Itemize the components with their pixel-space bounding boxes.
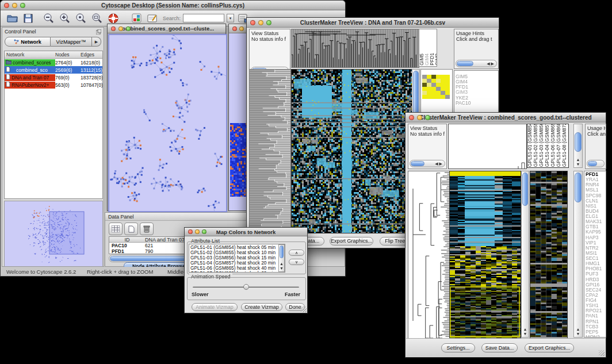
- tv2-row-dendrogram[interactable]: [408, 171, 450, 339]
- zoom-button[interactable]: [425, 115, 430, 120]
- tv2-status-hscrollbar[interactable]: ◀▶: [410, 160, 445, 167]
- tv2-heatmap[interactable]: [449, 171, 521, 339]
- tv1-heatmap[interactable]: [291, 69, 412, 233]
- close-button[interactable]: [232, 26, 237, 31]
- zoom-out-icon[interactable]: [42, 12, 56, 25]
- search-dropdown-button[interactable]: ▾: [227, 14, 234, 22]
- matrix-cell: [422, 87, 427, 91]
- attribute-list-vscrollbar[interactable]: ▲▼: [278, 244, 285, 272]
- tv2-title: ClusterMaker TreeView : combined_scores_…: [419, 114, 591, 121]
- move-up-button[interactable]: ∧: [289, 250, 304, 256]
- node-appearance-icon[interactable]: [129, 12, 143, 25]
- tv2-settings-button[interactable]: Settings...: [441, 343, 475, 352]
- zoom-button[interactable]: [20, 3, 25, 8]
- array-column-label: GPL51-04 (GSM857): [545, 124, 550, 167]
- attribute-list-item[interactable]: GPL51-04 (GSM857) heat shock 20 min: [190, 260, 284, 266]
- tv2-heatmap-vscrollbar[interactable]: ▲▼: [521, 171, 529, 338]
- resize-grip[interactable]: [599, 350, 605, 356]
- tv2-export-graphics-button[interactable]: Export Graphics...: [525, 343, 574, 352]
- matrix-cell: [436, 75, 441, 79]
- resize-grip[interactable]: [301, 306, 307, 312]
- open-folder-icon[interactable]: [5, 12, 19, 25]
- network-row[interactable]: DNA and Tran 07769(0)183728(0): [5, 74, 102, 81]
- attribute-list-item[interactable]: GPL51-02 (GSM855) heat shock 10 min: [190, 250, 284, 255]
- zoom-selected-icon[interactable]: [74, 12, 88, 25]
- save-icon[interactable]: [21, 12, 35, 25]
- network-row[interactable]: RNAPuberNov2+563(0)107847(0): [5, 81, 102, 89]
- zoom-button[interactable]: [126, 26, 131, 31]
- file-icon: [6, 67, 10, 73]
- close-button[interactable]: [111, 26, 116, 31]
- create-vizmap-button[interactable]: Create Vizmap: [241, 303, 282, 311]
- annotation-icon[interactable]: [146, 12, 159, 25]
- tv2-collabel-vscrollbar[interactable]: ▲▼: [573, 124, 583, 168]
- attribute-list-item[interactable]: GPL51-01 (GSM854) heat shock 05 min: [190, 245, 284, 250]
- network-view-window: combined_scores_good.txt--cluste...: [107, 24, 226, 211]
- network-row[interactable]: combined_scores2764(0)16218(0): [5, 59, 102, 66]
- network-overview-thumbnail[interactable]: [4, 201, 103, 267]
- tv2-hints-hscrollbar[interactable]: [587, 160, 605, 167]
- data-panel-title: Data Panel: [108, 214, 134, 220]
- column-label: GIM3: [435, 53, 437, 66]
- slider-thumb[interactable]: [243, 284, 249, 290]
- tv2-genelist-vscrollbar[interactable]: ▲▼: [573, 171, 583, 338]
- tv1-top-dendrogram[interactable]: [291, 29, 419, 68]
- status-hint-zoom: Right-click + drag to ZOOM: [87, 269, 153, 275]
- help-lifesaver-icon[interactable]: [106, 12, 120, 25]
- animate-vizmap-button[interactable]: Animate Vizmap: [192, 303, 238, 311]
- network-canvas[interactable]: [108, 34, 227, 212]
- close-button[interactable]: [409, 115, 414, 120]
- folder-icon: [6, 60, 12, 66]
- minimize-button[interactable]: [12, 3, 17, 8]
- network-row[interactable]: combined_sco2569(6)13112(15): [5, 66, 102, 74]
- array-column-label: GPL51-02 (GSM855): [533, 124, 538, 167]
- zoom-in-icon[interactable]: [58, 12, 72, 25]
- new-attribute-icon[interactable]: [124, 223, 138, 235]
- matrix-cell: [445, 79, 450, 83]
- tv1-row-dendrogram[interactable]: [249, 69, 291, 233]
- zoom-button[interactable]: [202, 229, 206, 234]
- attribute-list-item[interactable]: GPL51-03 (GSM856) heat shock 15 min: [190, 255, 284, 260]
- table-view-icon[interactable]: [109, 223, 123, 235]
- tv2-titlebar[interactable]: ClusterMaker TreeView : combined_scores_…: [406, 113, 606, 122]
- tab-vizmapper[interactable]: VizMapper™: [51, 37, 92, 47]
- zoom-button[interactable]: [266, 20, 271, 25]
- matrix-cell: [431, 79, 436, 83]
- zoom-fit-icon[interactable]: [90, 12, 104, 25]
- attribute-list-item[interactable]: GPL51-07 (GSM868) heat shock 60 min: [190, 271, 284, 273]
- close-button[interactable]: [188, 229, 193, 234]
- tv1-hints-hscrollbar[interactable]: ◀▶: [456, 60, 497, 67]
- minimize-button[interactable]: [195, 229, 200, 234]
- close-button[interactable]: [4, 3, 9, 8]
- tv1-similarity-matrix[interactable]: [422, 75, 450, 99]
- matrix-cell: [427, 95, 431, 99]
- tab-overflow-button[interactable]: ▶: [92, 37, 101, 47]
- delete-attribute-trash-icon[interactable]: [140, 223, 154, 235]
- minimize-button[interactable]: [417, 115, 422, 120]
- gene-label[interactable]: PAC10: [456, 101, 497, 106]
- tv2-top-dendrogram[interactable]: [448, 124, 527, 169]
- animation-slider[interactable]: [193, 284, 299, 290]
- network-view-titlebar[interactable]: combined_scores_good.txt--cluste...: [108, 24, 225, 33]
- minimize-button[interactable]: [239, 26, 244, 31]
- search-input[interactable]: [183, 14, 224, 22]
- dialog-titlebar[interactable]: Map Colors to Network: [185, 228, 307, 236]
- slower-label: Slower: [192, 292, 209, 297]
- tv2-save-data-button[interactable]: Save Data...: [481, 343, 518, 352]
- tv1-titlebar[interactable]: ClusterMaker TreeView : DNA and Tran 07-…: [247, 18, 499, 28]
- tv2-selection-heatmap[interactable]: [530, 171, 568, 339]
- tv2-column-labels: GPL51-01 (GSM854)GPL51-02 (GSM855)GPL51-…: [527, 124, 569, 168]
- main-titlebar[interactable]: Cytoscape Desktop (Session Name: collins…: [1, 1, 345, 10]
- gene-label[interactable]: MON2: [586, 335, 605, 338]
- tv1-export-graphics-button[interactable]: Export Graphics...: [330, 237, 373, 246]
- matrix-cell: [431, 95, 436, 99]
- minimize-button[interactable]: [258, 20, 263, 25]
- minimize-button[interactable]: [118, 26, 123, 31]
- matrix-canvas[interactable]: [230, 123, 247, 197]
- float-panel-icon[interactable]: [96, 26, 101, 37]
- matrix-view-titlebar[interactable]: [229, 24, 247, 33]
- tab-network[interactable]: Network: [5, 37, 51, 47]
- close-button[interactable]: [250, 20, 255, 25]
- attribute-list-item[interactable]: GPL51-06 (GSM865) heat shock 40 min: [190, 266, 284, 271]
- move-down-button[interactable]: ∨: [289, 259, 304, 265]
